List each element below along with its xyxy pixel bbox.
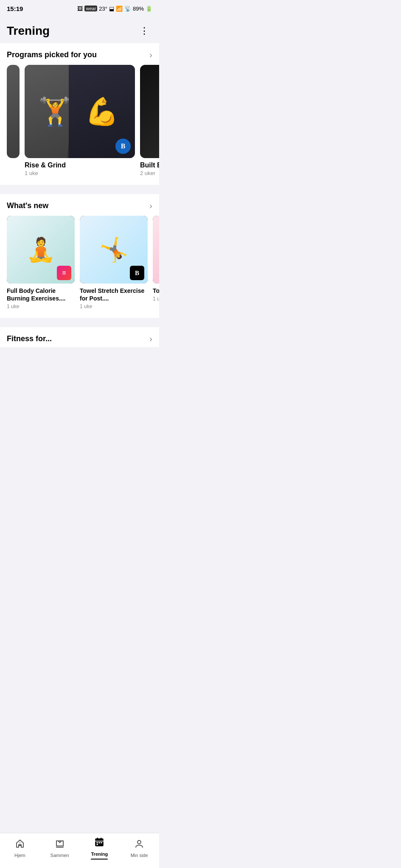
signal-icon: 📡: [124, 6, 131, 12]
main-content: Trening ⋮ Programs picked for you › 🏋️: [0, 15, 159, 390]
towel-title: Towel Stretch Exercise for Post....: [80, 287, 148, 302]
status-bar: 15:19 🖼 wear 23° ⬓ 📶 📡 89% 🔋: [0, 0, 159, 15]
divider-2: [0, 323, 159, 327]
new-card-tone[interactable]: Tone Your B 1 uke: [153, 216, 159, 309]
battery: 89%: [133, 6, 144, 12]
program-card-built-sci-image: B: [140, 65, 159, 158]
built-sci-title: Built By Sci: [140, 161, 159, 169]
programs-section-title: Programs picked for you: [7, 50, 97, 59]
rise-grind-badge: B: [115, 139, 131, 154]
photo-icon: 🖼: [77, 6, 83, 12]
whats-new-scroll-row: ≡ Full Body Calorie Burning Exercises...…: [0, 216, 159, 309]
new-card-towel[interactable]: B Towel Stretch Exercise for Post.... 1 …: [80, 216, 148, 309]
menu-button[interactable]: ⋮: [136, 24, 152, 38]
bluetooth-icon: ⬓: [109, 6, 114, 12]
full-body-title: Full Body Calorie Burning Exercises....: [7, 287, 75, 302]
page-header: Trening ⋮: [0, 15, 159, 43]
programs-section-header: Programs picked for you ›: [0, 50, 159, 65]
whats-new-section: What's new › ≡ Full Body Calorie Burning…: [0, 194, 159, 318]
status-time: 15:19: [7, 5, 23, 12]
rise-grind-title: Rise & Grind: [25, 161, 135, 169]
wear-icon: wear: [84, 6, 97, 11]
fitness-section-title: Fitness for...: [7, 334, 52, 343]
whats-new-section-arrow[interactable]: ›: [149, 201, 152, 211]
divider-1: [0, 190, 159, 194]
fitness-section-header: Fitness for... ›: [7, 334, 152, 344]
battery-icon: 🔋: [146, 6, 152, 12]
programs-section-arrow[interactable]: ›: [149, 50, 152, 60]
towel-sub: 1 uke: [80, 303, 148, 309]
partial-program-card-left[interactable]: [7, 65, 20, 176]
full-body-sub: 1 uke: [7, 303, 75, 309]
built-sci-sub: 2 uker: [140, 170, 159, 176]
program-card-rise-grind-image: 🏋️ 💪 B: [25, 65, 135, 158]
program-card-rise-grind[interactable]: 🏋️ 💪 B Rise & Grind 1 uke: [25, 65, 135, 176]
new-card-tone-image: [153, 216, 159, 284]
wifi-icon: 📶: [116, 6, 123, 12]
tone-title: Tone Your B: [153, 287, 159, 295]
tone-sub: 1 uke: [153, 296, 159, 302]
new-card-towel-image: B: [80, 216, 148, 284]
fitness-section: Fitness for... ›: [0, 327, 159, 347]
new-card-full-body-image: ≡: [7, 216, 75, 284]
full-body-badge: ≡: [57, 266, 71, 280]
new-card-full-body[interactable]: ≡ Full Body Calorie Burning Exercises...…: [7, 216, 75, 309]
rise-grind-sub: 1 uke: [25, 170, 135, 176]
programs-section: Programs picked for you › 🏋️ 💪 B: [0, 43, 159, 185]
towel-badge: B: [130, 266, 144, 280]
whats-new-section-title: What's new: [7, 201, 48, 210]
status-icons: 🖼 wear 23° ⬓ 📶 📡 89% 🔋: [77, 6, 152, 12]
programs-scroll-row: 🏋️ 💪 B Rise & Grind 1 uke B Built By Sci: [0, 65, 159, 176]
whats-new-section-header: What's new ›: [0, 201, 159, 216]
app-container: 15:19 🖼 wear 23° ⬓ 📶 📡 89% 🔋 Trening ⋮ P…: [0, 0, 159, 390]
page-title: Trening: [7, 24, 50, 38]
fitness-section-arrow[interactable]: ›: [149, 334, 152, 344]
temperature: 23°: [99, 6, 107, 12]
program-card-built-sci[interactable]: B Built By Sci 2 uker: [140, 65, 159, 176]
